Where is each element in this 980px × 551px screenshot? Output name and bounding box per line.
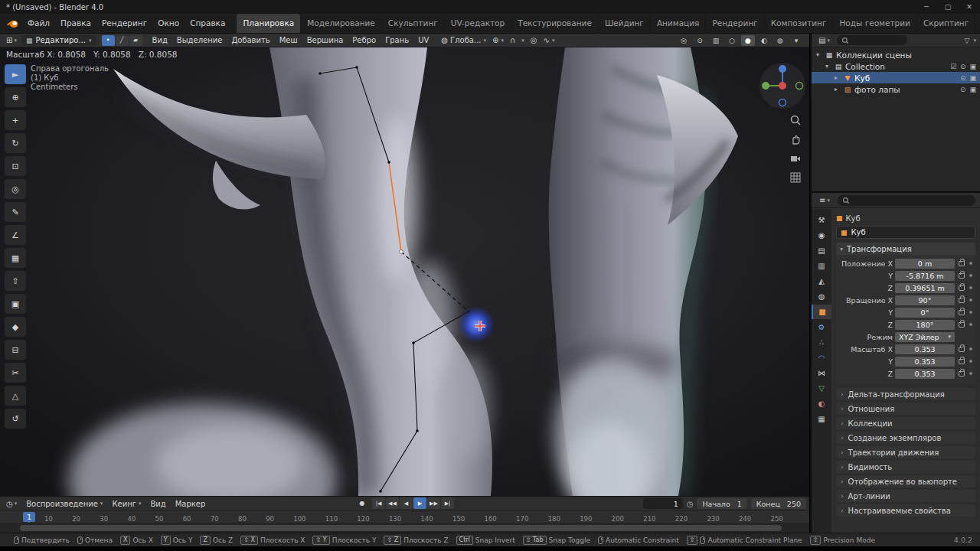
animate-dot-icon[interactable] xyxy=(969,323,972,326)
lock-icon[interactable] xyxy=(959,310,965,315)
properties-tab[interactable]: ▤ xyxy=(812,243,831,258)
workspace-tab[interactable]: Скульптинг xyxy=(382,14,445,33)
menu-item[interactable]: Файл xyxy=(22,14,55,33)
tool-button[interactable]: ▣ xyxy=(5,294,26,314)
tool-button[interactable]: ⊟ xyxy=(5,340,26,360)
workspace-tab[interactable]: Композитинг xyxy=(765,14,834,33)
properties-tab[interactable]: ▥ xyxy=(812,259,831,273)
header-toggle-icon[interactable]: ◐ xyxy=(757,35,771,46)
properties-tab[interactable]: ⚒ xyxy=(812,213,831,227)
current-frame-field[interactable]: 1 xyxy=(643,498,683,509)
viewport-menu-item[interactable]: Вершина xyxy=(302,36,348,44)
properties-tab[interactable]: ▦ xyxy=(812,412,831,426)
value-field[interactable]: 0.353 xyxy=(895,369,955,379)
lock-icon[interactable] xyxy=(959,261,965,266)
tool-button[interactable]: ▦ xyxy=(5,248,26,268)
tool-button[interactable]: ↺ xyxy=(5,409,26,429)
tool-button[interactable]: ✂ xyxy=(5,363,26,383)
workspace-tab[interactable]: Ноды геометрии xyxy=(833,14,916,33)
lock-icon[interactable] xyxy=(959,285,965,291)
menu-item[interactable]: Окно xyxy=(152,14,185,33)
animate-dot-icon[interactable] xyxy=(969,286,972,289)
viewport-menu-item[interactable]: Вид xyxy=(148,36,172,44)
collapsed-panel-header[interactable]: › Коллекции xyxy=(836,417,975,429)
tool-button[interactable]: ◆ xyxy=(5,317,26,337)
outliner-editor-type-button[interactable]: ▤ ▾ xyxy=(815,36,833,44)
maximize-button[interactable]: ▢ xyxy=(937,0,959,14)
workspace-tab[interactable]: Скриптинг xyxy=(917,14,975,33)
timeline-ruler[interactable]: 1020304050607080901001101201301401501601… xyxy=(0,510,809,523)
filter-icon[interactable]: ▽ xyxy=(965,37,970,44)
tool-button[interactable]: ◎ xyxy=(5,179,26,199)
transport-button[interactable]: |◀ xyxy=(372,497,385,509)
workspace-tab[interactable]: Текстурирование xyxy=(511,14,599,33)
header-control[interactable]: ⊕ ▾ xyxy=(491,36,505,44)
tool-button[interactable]: + xyxy=(5,110,26,130)
outliner-search-input[interactable] xyxy=(837,35,907,45)
properties-tab[interactable]: ⚙ xyxy=(812,320,831,334)
value-field[interactable]: XYZ Эйлер xyxy=(895,332,955,342)
header-toggle-icon[interactable]: ▾ xyxy=(789,35,803,46)
pan-hand-icon[interactable] xyxy=(789,132,802,146)
menu-item[interactable]: Рендеринг xyxy=(96,14,152,33)
header-toggle-icon[interactable]: ◍ xyxy=(773,35,787,46)
properties-tab[interactable]: ◐ xyxy=(812,396,831,411)
collapsed-panel-header[interactable]: › Создание экземпляров xyxy=(836,432,975,444)
viewport-3d[interactable]: Масштаб X: 0.8058 Y: 0.8058 Z: 0.8058 Сп… xyxy=(0,47,809,496)
properties-tab[interactable]: ⋈ xyxy=(812,366,831,380)
visibility-icons[interactable]: ⊙ ▣ xyxy=(960,86,977,93)
visibility-icons[interactable]: ☑ ⊙ ▣ xyxy=(950,63,977,70)
header-toggle-icon[interactable]: ● xyxy=(741,35,755,46)
expand-arrow-icon[interactable]: ▾ xyxy=(816,51,824,58)
header-control[interactable]: ▾ xyxy=(520,37,526,44)
animate-dot-icon[interactable] xyxy=(969,347,972,350)
object-name-field[interactable]: ■ Куб xyxy=(836,226,975,239)
workspace-tab[interactable]: UV-редактор xyxy=(445,14,511,33)
properties-tab[interactable]: ◭ xyxy=(812,274,831,289)
properties-tab[interactable]: ◉ xyxy=(812,228,831,243)
timeline-menu-item[interactable]: Кеинг ▾ xyxy=(107,500,145,508)
lock-icon[interactable] xyxy=(959,359,965,364)
value-field[interactable]: 0.353 xyxy=(895,344,955,354)
viewport-canvas[interactable] xyxy=(0,47,809,496)
auto-keyframe-button[interactable]: ● xyxy=(356,497,368,509)
value-field[interactable]: 180° xyxy=(895,320,955,330)
header-control[interactable]: ∿ ▾ xyxy=(542,36,557,44)
chevron-down-icon[interactable]: ▾ xyxy=(973,37,976,44)
expand-arrow-icon[interactable]: ▸ xyxy=(835,74,842,81)
value-field[interactable]: 90° xyxy=(895,295,955,305)
tool-button[interactable]: ✎ xyxy=(5,202,26,222)
close-button[interactable]: ✕ xyxy=(959,0,980,14)
animate-dot-icon[interactable] xyxy=(969,274,972,277)
tool-button[interactable]: △ xyxy=(5,386,26,406)
header-control[interactable]: ∩ xyxy=(508,36,517,44)
value-field[interactable]: 0° xyxy=(895,308,955,318)
workspace-tab[interactable]: + xyxy=(975,14,980,33)
visibility-icons[interactable]: ⊙ ▣ xyxy=(960,74,977,82)
workspace-tab[interactable]: Планировка xyxy=(237,14,301,33)
value-field[interactable]: 0.353 xyxy=(895,357,955,367)
properties-editor-type-button[interactable]: ≡ ▾ xyxy=(816,196,833,204)
sync-clock-icon[interactable]: ◷ xyxy=(687,500,694,508)
expand-arrow-icon[interactable]: ▸ xyxy=(835,86,842,93)
collapsed-panel-header[interactable]: › Траектории движения xyxy=(836,446,975,458)
header-control[interactable]: ◎ xyxy=(529,36,539,44)
outliner-row[interactable]: ▸ ▼ Куб ⊙ ▣ xyxy=(812,72,980,83)
lock-icon[interactable] xyxy=(959,347,965,352)
collapsed-panel-header[interactable]: › Дельта-трансформация xyxy=(836,388,975,400)
header-toggle-icon[interactable]: ▥ xyxy=(709,35,723,46)
view-gizmo[interactable] xyxy=(758,61,807,110)
select-mode-button[interactable]: ▰ xyxy=(129,35,142,46)
tool-button[interactable]: ⇧ xyxy=(5,271,26,291)
transport-button[interactable]: ◀ xyxy=(400,497,413,509)
lock-icon[interactable] xyxy=(959,322,965,328)
viewport-menu-item[interactable]: UV xyxy=(413,36,433,44)
lock-icon[interactable] xyxy=(959,273,965,279)
properties-tab[interactable]: ∴ xyxy=(812,335,831,350)
camera-view-icon[interactable] xyxy=(789,152,802,165)
transport-button[interactable]: ▶▶ xyxy=(427,497,440,509)
playhead[interactable]: 1 xyxy=(23,512,35,522)
workspace-tab[interactable]: Рендеринг xyxy=(706,14,764,33)
editor-type-button[interactable]: ⊞ ▾ xyxy=(3,36,20,44)
ortho-grid-icon[interactable] xyxy=(789,171,802,184)
